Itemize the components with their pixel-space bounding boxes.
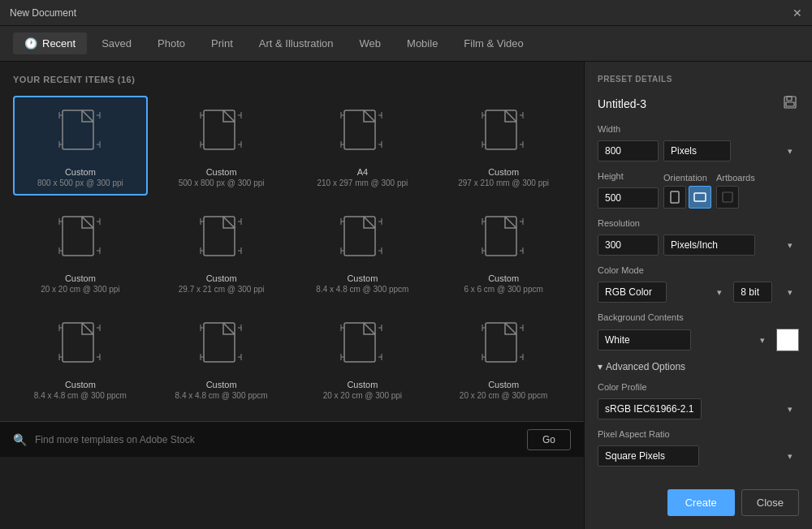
width-unit-wrapper: Pixels Inches Centimeters Millimeters [663, 140, 799, 161]
orientation-buttons [663, 186, 711, 209]
preset-item-name: Custom [65, 273, 96, 283]
preset-item-name: Custom [206, 273, 237, 283]
left-panel: YOUR RECENT ITEMS (16) Custom 800 x 500 … [0, 62, 585, 529]
tab-web[interactable]: Web [348, 32, 393, 54]
preset-item-name: Custom [65, 380, 96, 389]
bg-contents-row: White Black Background Color Transparent [598, 329, 799, 351]
color-mode-select[interactable]: RGB Color CMYK Color Lab Color Grayscale [598, 282, 667, 303]
document-icon [338, 318, 387, 375]
bg-contents-select[interactable]: White Black Background Color Transparent [598, 329, 691, 351]
bg-contents-label: Background Contents [598, 312, 799, 322]
height-input[interactable] [598, 187, 659, 209]
recent-icon: 🕐 [24, 37, 37, 49]
document-icon [479, 212, 528, 269]
tab-saved[interactable]: Saved [90, 32, 143, 54]
search-icon: 🔍 [13, 433, 27, 446]
preset-item-name: Custom [488, 273, 519, 283]
bg-color-swatch[interactable] [776, 329, 799, 351]
tab-recent[interactable]: 🕐 Recent [13, 32, 87, 54]
right-panel: PRESET DETAILS Width Pixels Inches [585, 62, 812, 529]
create-button[interactable]: Create [667, 489, 735, 516]
resolution-input[interactable] [598, 234, 659, 256]
document-icon [338, 105, 387, 162]
recent-items-title: YOUR RECENT ITEMS (16) [13, 75, 571, 84]
color-profile-wrapper: sRGB IEC61966-2.1 Adobe RGB (1998) ProPh… [598, 398, 799, 419]
preset-item-desc: 8.4 x 4.8 cm @ 300 ppcm [316, 285, 408, 294]
close-button[interactable]: Close [741, 489, 799, 516]
tab-photo[interactable]: Photo [146, 32, 197, 54]
preset-item-desc: 8.4 x 4.8 cm @ 300 ppcm [175, 391, 268, 400]
title-bar-text: New Document [10, 7, 76, 19]
svg-rect-45 [204, 217, 235, 256]
preset-item[interactable]: Custom 8.4 x 4.8 cm @ 300 ppcm [154, 308, 289, 408]
svg-rect-112 [694, 193, 706, 201]
color-profile-select[interactable]: sRGB IEC61966-2.1 Adobe RGB (1998) ProPh… [598, 398, 702, 419]
preset-item-name: Custom [488, 167, 519, 177]
svg-rect-54 [344, 217, 375, 256]
tabs-bar: 🕐 Recent Saved Photo Print Art & Illustr… [0, 26, 812, 62]
preset-item[interactable]: A4 210 x 297 mm @ 300 ppi [296, 96, 430, 196]
advanced-options-toggle[interactable]: ▾ Advanced Options [598, 361, 799, 372]
portrait-button[interactable] [663, 186, 686, 209]
resolution-unit-wrapper: Pixels/Inch Pixels/Centimeter [663, 234, 799, 256]
orientation-label: Orientation [663, 173, 711, 183]
color-depth-select[interactable]: 8 bit 16 bit 32 bit [733, 282, 772, 303]
width-unit-select[interactable]: Pixels Inches Centimeters Millimeters [663, 140, 731, 161]
chevron-down-icon: ▾ [598, 361, 603, 372]
document-icon [197, 105, 246, 162]
document-icon [56, 318, 105, 375]
bottom-buttons: Create Close [598, 483, 799, 516]
preset-item-desc: 20 x 20 cm @ 300 ppcm [460, 391, 548, 400]
document-icon [197, 318, 246, 375]
preset-item-name: A4 [357, 167, 368, 177]
width-input[interactable] [598, 140, 659, 161]
tab-art[interactable]: Art & Illustration [248, 32, 345, 54]
preset-item[interactable]: Custom 20 x 20 cm @ 300 ppi [13, 202, 148, 302]
document-icon [197, 212, 246, 269]
svg-rect-0 [63, 110, 93, 149]
title-bar-close-button[interactable]: ✕ [793, 7, 802, 19]
preset-item[interactable]: Custom 500 x 800 px @ 300 ppi [154, 96, 289, 196]
save-preset-button[interactable] [781, 93, 799, 114]
preset-item[interactable]: Custom 297 x 210 mm @ 300 ppi [436, 96, 571, 196]
pixel-aspect-label: Pixel Aspect Ratio [598, 429, 799, 439]
color-profile-label: Color Profile [598, 382, 799, 392]
tab-print[interactable]: Print [200, 32, 244, 54]
resolution-unit-select[interactable]: Pixels/Inch Pixels/Centimeter [663, 234, 755, 256]
height-orientation-row: Height Orientation [598, 171, 799, 209]
preset-item[interactable]: Custom 20 x 20 cm @ 300 ppcm [436, 308, 571, 408]
preset-item-name: Custom [347, 380, 378, 389]
search-input[interactable] [35, 434, 519, 445]
tab-film[interactable]: Film & Video [452, 32, 534, 54]
svg-rect-18 [344, 110, 375, 149]
preset-item[interactable]: Custom 20 x 20 cm @ 300 ppi [296, 308, 430, 408]
color-mode-row: RGB Color CMYK Color Lab Color Grayscale… [598, 282, 799, 303]
search-bar: 🔍 Go [0, 421, 584, 457]
document-icon [479, 318, 528, 375]
preset-item-desc: 29.7 x 21 cm @ 300 ppi [179, 285, 265, 294]
svg-rect-27 [486, 110, 516, 149]
orientation-group: Orientation [663, 173, 711, 209]
preset-item-name: Custom [206, 380, 237, 389]
preset-item[interactable]: Custom 8.4 x 4.8 cm @ 300 ppcm [296, 202, 430, 302]
height-label: Height [598, 171, 659, 181]
document-icon [479, 105, 528, 162]
preset-name-input[interactable] [598, 97, 781, 110]
preset-details-title: PRESET DETAILS [598, 75, 799, 84]
tab-mobile[interactable]: Mobile [395, 32, 449, 54]
landscape-button[interactable] [689, 186, 711, 209]
preset-item-desc: 20 x 20 cm @ 300 ppi [41, 285, 119, 294]
preset-item[interactable]: Custom 8.4 x 4.8 cm @ 300 ppcm [13, 308, 148, 408]
preset-item[interactable]: Custom 800 x 500 px @ 300 ppi [13, 96, 148, 196]
pixel-aspect-group: Pixel Aspect Ratio Square Pixels D1/DV N… [598, 429, 799, 467]
preset-item[interactable]: Custom 29.7 x 21 cm @ 300 ppi [154, 202, 289, 302]
artboard-label: Artboards [716, 173, 755, 183]
preset-item[interactable]: Custom 6 x 6 cm @ 300 ppcm [436, 202, 571, 302]
pixel-aspect-select[interactable]: Square Pixels D1/DV NTSC (0.91) D1/DV PA… [598, 445, 699, 467]
preset-item-desc: 297 x 210 mm @ 300 ppi [458, 178, 549, 187]
color-depth-wrapper: 8 bit 16 bit 32 bit [733, 282, 799, 303]
artboard-checkbox[interactable] [716, 186, 739, 209]
svg-rect-81 [204, 323, 235, 362]
height-group: Height [598, 171, 659, 209]
go-button[interactable]: Go [527, 429, 571, 450]
